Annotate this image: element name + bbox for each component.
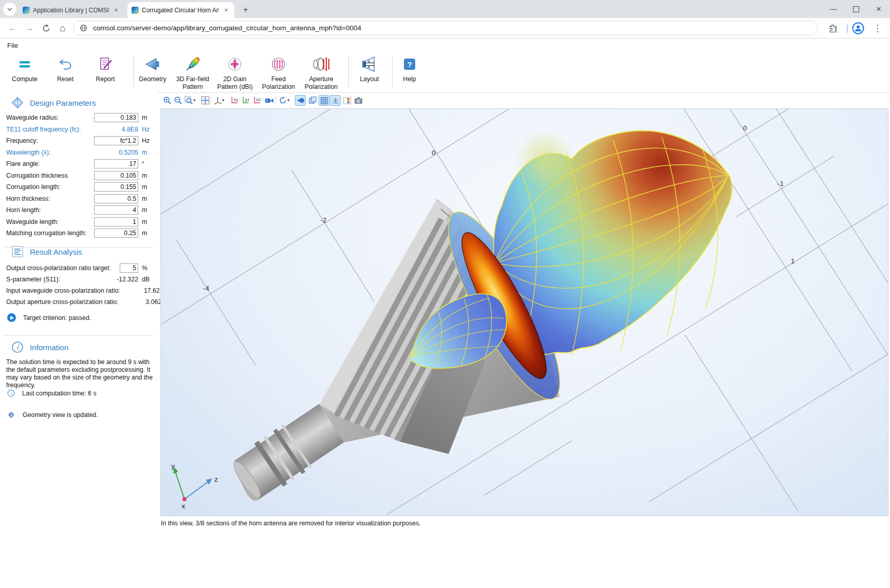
tab-close-icon[interactable]: × <box>112 6 120 14</box>
farfield-3d-button[interactable]: 3D Far-field Pattern <box>171 53 214 90</box>
color-legend-icon[interactable] <box>341 95 352 106</box>
gain-2d-button[interactable]: 2D Gain Pattern (dBi) <box>212 53 257 90</box>
comsol-favicon-icon <box>23 7 30 14</box>
profile-separator <box>847 25 848 33</box>
layout-button[interactable]: Layout <box>351 53 387 83</box>
tab-corrugated-horn[interactable]: Corrugated Circular Horn Anten × <box>127 2 234 18</box>
profile-avatar[interactable] <box>852 22 864 34</box>
graphics-toolbar: ▾ ▾ xy yz xz ▾ <box>160 94 888 108</box>
back-button[interactable]: ← <box>6 22 18 34</box>
yz-view-icon[interactable]: yz <box>241 95 252 106</box>
forward-button[interactable]: → <box>23 22 35 34</box>
result-row: Output aperture cross-polarization ratio… <box>6 296 154 308</box>
horn-length-input[interactable] <box>94 205 138 215</box>
compute-button[interactable]: Compute <box>7 53 43 83</box>
param-row: Waveguide radius:m <box>6 112 154 123</box>
axis-tick-label: -4 <box>203 284 210 292</box>
show-axes-toggle[interactable] <box>330 95 341 106</box>
new-tab-button[interactable]: + <box>239 4 252 16</box>
aperture-polarization-button[interactable]: Aperture Polarization <box>298 53 344 90</box>
design-parameters-icon <box>11 97 24 109</box>
cross-pol-target-input[interactable] <box>120 263 138 273</box>
horn-thickness-input[interactable] <box>94 194 138 203</box>
window-maximize-button[interactable] <box>845 0 867 18</box>
param-row: Waveguide length:m <box>6 216 154 227</box>
svg-text:xz: xz <box>256 98 261 102</box>
waveguide-length-input[interactable] <box>94 217 138 226</box>
xy-view-icon[interactable]: xy <box>230 95 240 106</box>
x-axis-label: x <box>181 502 186 510</box>
report-button[interactable]: Report <box>87 53 123 83</box>
snapshot-camera-icon[interactable] <box>353 95 364 106</box>
geometry-status-icon <box>7 411 15 419</box>
tab-title: Corrugated Circular Horn Anten <box>142 7 219 14</box>
s11-value: -12.322 <box>95 276 138 283</box>
window-minimize-button[interactable]: — <box>822 0 845 18</box>
view-caption: In this view, 3/8 sections of the horn a… <box>161 520 421 527</box>
toolbar-separator <box>351 96 351 105</box>
information-icon: i <box>11 341 24 353</box>
file-menu[interactable]: File <box>7 42 18 49</box>
svg-text:xy: xy <box>233 98 238 102</box>
window-controls: — × <box>822 0 890 18</box>
url-input[interactable] <box>92 24 811 32</box>
tab-search-chevron-icon[interactable] <box>3 3 16 16</box>
frequency-input[interactable] <box>94 136 138 145</box>
home-button[interactable]: ⌂ <box>57 22 69 34</box>
feed-polarization-button[interactable]: Feed Polarization <box>257 53 300 90</box>
param-row: Frequency:Hz <box>6 135 154 146</box>
zoom-in-icon[interactable] <box>162 95 173 106</box>
help-button[interactable]: ? Help <box>394 53 425 83</box>
play-icon <box>7 313 16 322</box>
info-small-icon: i <box>7 389 15 397</box>
show-grid-toggle[interactable] <box>319 95 329 106</box>
param-row: Corrugation thicknessm <box>6 170 154 181</box>
transparency-icon[interactable] <box>307 95 318 106</box>
coordinate-triad: y z x <box>171 462 218 510</box>
reload-button[interactable] <box>40 22 52 34</box>
scene-light-icon[interactable] <box>264 95 274 106</box>
rotate-dropdown-caret[interactable]: ▾ <box>287 98 290 103</box>
matching-corrugation-length-input[interactable] <box>94 229 138 238</box>
browser-menu-dots[interactable]: ⋮ <box>872 22 884 34</box>
extensions-puzzle-icon[interactable] <box>826 22 839 34</box>
svg-text:i: i <box>16 343 20 351</box>
x-axis-dot <box>182 497 187 501</box>
app-ribbon: Compute Reset Report Geometry 3D F <box>0 51 890 93</box>
settings-panel: Design Parameters Waveguide radius:m TE1… <box>0 92 157 588</box>
address-bar[interactable] <box>73 21 818 35</box>
corrugation-thickness-input[interactable] <box>94 171 138 180</box>
report-icon <box>87 53 123 75</box>
zoom-out-icon[interactable] <box>173 95 183 106</box>
corrugation-length-input[interactable] <box>94 182 138 192</box>
graphics-canvas[interactable]: 0 -2 -4 0 -1 1 y z x <box>160 108 888 516</box>
section-divider <box>4 335 153 336</box>
tab-close-icon[interactable]: × <box>222 6 230 14</box>
target-criterion-status: Target criterion: passed. <box>23 314 91 321</box>
geometry-button[interactable]: Geometry <box>135 53 171 83</box>
view-dropdown-caret[interactable]: ▾ <box>222 98 225 103</box>
flare-angle-input[interactable] <box>94 159 138 168</box>
waveguide-radius-input[interactable] <box>94 113 138 122</box>
help-icon: ? <box>394 53 425 75</box>
browser-navbar: ← → ⌂ ⋮ <box>0 18 890 39</box>
xz-view-icon[interactable]: xz <box>252 95 263 106</box>
tab-application-library[interactable]: Application Library | COMSOL S × <box>18 2 124 18</box>
show-geometry-toggle[interactable] <box>295 95 306 106</box>
design-parameters-header: Design Parameters <box>11 97 96 109</box>
window-close-button[interactable]: × <box>867 0 890 18</box>
compute-icon <box>7 53 43 75</box>
result-analysis-icon <box>11 245 24 258</box>
ribbon-separator <box>348 55 349 87</box>
reset-button[interactable]: Reset <box>47 53 83 83</box>
rotate-icon[interactable] <box>277 95 288 106</box>
zoom-box-icon[interactable] <box>183 95 194 106</box>
site-info-globe-icon[interactable] <box>80 24 87 32</box>
zoom-dropdown-caret[interactable]: ▾ <box>193 98 196 103</box>
geometry-status-row: Geometry view is updated. <box>7 411 98 419</box>
axis-tick-label: 0 <box>743 124 747 132</box>
zoom-extents-icon[interactable] <box>200 95 211 106</box>
geometry-status-text: Geometry view is updated. <box>23 411 98 419</box>
result-row: Input waveguide cross-polarization ratio… <box>6 285 154 296</box>
svg-text:i: i <box>10 391 12 396</box>
